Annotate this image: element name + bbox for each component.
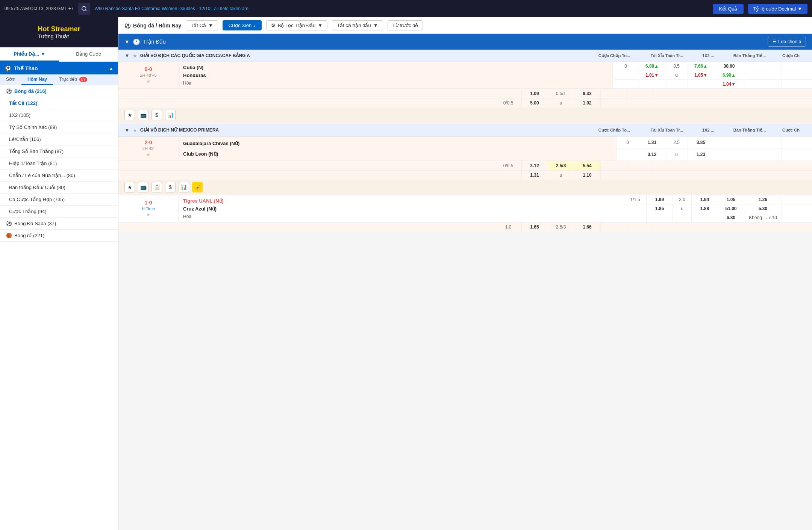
league-header-concacaf: ▼ ★ GIẢI VÔ ĐỊCH CÁC QUỐC GIA CONCACAF B… xyxy=(118,50,812,62)
league-name-concacaf: GIẢI VÔ ĐỊCH CÁC QUỐC GIA CONCACAF BẢNG … xyxy=(140,53,585,58)
result-button[interactable]: Kết Quả xyxy=(713,4,743,14)
sidebar-item-ban-thang[interactable]: Bàn thắng Đầu/ Cuối (80) xyxy=(0,182,118,194)
sidebar-item-ca-cuoc[interactable]: Cá Cược Tổng Hợp (735) xyxy=(0,194,118,206)
star-icon2[interactable]: ★ xyxy=(133,127,137,133)
draw-label-tigres: Hòa xyxy=(183,213,619,220)
odds-cuoc-ch-col xyxy=(782,62,812,88)
footer-star-icon2[interactable]: ★ xyxy=(124,182,135,192)
search-button[interactable] xyxy=(78,3,90,15)
content-area: ⚽ Bóng đá / Hôm Nay Tất Cả ▼ Cược Xiên ›… xyxy=(118,17,812,530)
match-teams-tigres: Tigres UANL (Nữ) Cruz Azul (Nữ) Hòa xyxy=(179,195,624,222)
odds-g-val2: 3.85 1.23 xyxy=(688,136,714,161)
sidebar-item-le-chan[interactable]: Lẻ/Chẵn (106) xyxy=(0,133,118,145)
odds-t-label1: 1/1.5 xyxy=(624,195,647,222)
team-cruzazul: Cruz Azul (Nữ) xyxy=(183,205,619,213)
chevron-down-icon: ▼ xyxy=(208,23,213,28)
matches-container: ▼ ★ GIẢI VÔ ĐỊCH CÁC QUỐC GIA CONCACAF B… xyxy=(118,50,812,530)
match-teams-cuba: Cuba (N) Honduras Hòa xyxy=(179,62,613,88)
filter-tat-ca-button[interactable]: Tất Cả ▼ xyxy=(186,20,218,30)
odds-g-label1: 0 xyxy=(617,136,639,161)
svg-line-1 xyxy=(85,10,86,11)
match-block-tigres: 1-0 H.Time ★ Tigres UANL (Nữ) Cruz Azul … xyxy=(118,195,812,232)
sidebar-item-bongda[interactable]: ⚽ Bóng đá (216) xyxy=(0,85,118,97)
match-sub-row-g2: 1.31 u 1.10 xyxy=(118,170,812,180)
star-fav2-icon[interactable]: ★ xyxy=(146,212,151,218)
filter-lines-icon: ☰ xyxy=(773,39,777,44)
sidebar-item-tong-so[interactable]: Tổng Số Bàn Thắng (87) xyxy=(0,145,118,157)
basketball-icon: 🏀 xyxy=(6,233,12,238)
col-header-ban-thang2: Bàn Thắng Tiề... xyxy=(723,128,776,133)
sidebar-item-tat-ca[interactable]: Tất Cả (122) xyxy=(0,97,118,109)
tab-phieu-dat[interactable]: Phiếu Đặ... ▼ xyxy=(0,47,59,62)
match-sub-row: 1.09 0.5/1 9.33 xyxy=(118,89,812,98)
odds-t-1x2: 1.05 51.00 6.80 xyxy=(718,195,744,222)
tab-som[interactable]: Sớm xyxy=(0,74,21,85)
footer-note-icon[interactable]: 📋 xyxy=(151,182,162,192)
sidebar-item-cuoc-thang[interactable]: Cược Thắng (94) xyxy=(0,206,118,218)
tu-truoc-button[interactable]: Từ trước đề xyxy=(388,20,423,30)
col-header-1x22: 1X2 ... xyxy=(693,128,723,133)
sidebar-item-bongda-saba[interactable]: ⚽ Bóng Đá Saba (37) xyxy=(0,218,118,230)
live-badge: 87 xyxy=(79,77,87,82)
team-home: Cuba (N) xyxy=(183,64,608,71)
match-score-tigres: 1-0 xyxy=(144,200,152,206)
footer-tv-icon[interactable]: 📺 xyxy=(138,110,148,120)
star-favorite-icon[interactable]: ★ xyxy=(146,78,151,84)
match-time-tigres: H.Time xyxy=(142,206,155,211)
match-sub-row-g1: 0/0.5 3.12 2.5/3 5.54 xyxy=(118,161,812,170)
collapse-icon: ▲ xyxy=(109,66,114,71)
cuoc-xien-button[interactable]: Cược Xiên › xyxy=(223,20,262,30)
datetime-display: 09:57:57AM Oct 13, 2023 GMT +7 xyxy=(5,6,74,11)
sport-section-header[interactable]: ⚽ Thể Thao ▲ xyxy=(0,62,118,74)
odds-taixiu-val-col: 7.66▲ 1.05▼ xyxy=(688,62,714,88)
team-tigres: Tigres UANL (Nữ) xyxy=(183,197,619,205)
match-sub-row-t1: 1.0 1.65 2.5/3 1.66 xyxy=(118,222,812,232)
match-sub-row2: 0/0.5 5.00 u 1.02 xyxy=(118,98,812,108)
tat-ca-tran-button[interactable]: Tất cả trận đấu ▼ xyxy=(332,20,383,30)
odds-ban-thang-col xyxy=(744,62,782,88)
team-guadalajara: Guadalajara Chivas (Nữ) xyxy=(183,139,612,147)
footer-chart-icon[interactable]: 📊 xyxy=(165,110,176,120)
footer-dollar-icon2[interactable]: $ xyxy=(165,182,176,192)
star-fav-icon[interactable]: ★ xyxy=(146,151,151,157)
chevron-down-icon: ▼ xyxy=(41,51,45,57)
col-header-cuoc-ch: Cược Ch xyxy=(776,53,806,58)
filter-icon: ⚙ xyxy=(271,23,276,28)
sidebar-banner: Hot Streamer Tường Thuật xyxy=(0,17,118,47)
time-tab-group: Sớm Hôm Nay Trực tiếp 87 xyxy=(0,74,118,85)
footer-coin-icon[interactable]: 💰 xyxy=(192,182,203,192)
odds-chap-val-col: 6.88▲ 1.01▼ xyxy=(639,62,665,88)
chevron-down-icon: ▼ xyxy=(797,6,802,12)
sidebar-item-ty-so[interactable]: Tỷ Số Chính Xác (89) xyxy=(0,121,118,133)
collapse-all-button[interactable]: ▼ xyxy=(124,39,130,45)
tab-truc-tiep[interactable]: Trực tiếp 87 xyxy=(53,74,93,85)
sidebar-item-hiep1[interactable]: Hiệp 1/Toàn Trận (81) xyxy=(0,157,118,170)
match-info-cuba: 0-0 2H 48'+5 ★ xyxy=(118,62,179,88)
footer-tv-icon2[interactable]: 📺 xyxy=(138,182,148,192)
odds-type-button[interactable]: Tỷ lệ cược Decimal ▼ xyxy=(748,4,808,14)
odds-t-banthang: 1.26 5.30 Không ... 7.10 xyxy=(744,195,782,222)
match-footer-guadalajara: ★ 📺 📋 $ 📊 💰 xyxy=(118,180,812,195)
tab-bang-cuoc[interactable]: Bảng Cược xyxy=(59,47,118,62)
sport-content-label: Bóng đá / Hôm Nay xyxy=(133,23,181,29)
odds-t-val1: 1.99 1.85 xyxy=(647,195,673,222)
league-collapse-button[interactable]: ▼ xyxy=(124,53,130,59)
bo-loc-button[interactable]: ⚙ Bộ Lọc Trận Đấu ▼ xyxy=(266,20,328,30)
footer-dollar-icon[interactable]: $ xyxy=(151,110,162,120)
chevron-down-icon: ▼ xyxy=(373,23,378,28)
odds-g-cuocch xyxy=(782,136,812,161)
match-info-tigres: 1-0 H.Time ★ xyxy=(118,195,179,222)
sidebar-item-bong-ro[interactable]: 🏀 Bóng rổ (221) xyxy=(0,230,118,242)
banner-subtitle: Tường Thuật xyxy=(38,33,80,39)
svg-point-0 xyxy=(82,6,86,11)
footer-star-icon[interactable]: ★ xyxy=(124,110,135,120)
match-time: 2H 48'+5 xyxy=(140,73,157,77)
sidebar-item-1x2[interactable]: 1X2 (105) xyxy=(0,109,118,121)
sidebar-item-chan-le[interactable]: Chẵn / Lẻ của Nửa trận... (80) xyxy=(0,170,118,182)
star-icon[interactable]: ★ xyxy=(133,53,137,59)
league-collapse-button2[interactable]: ▼ xyxy=(124,127,130,133)
tab-hom-nay[interactable]: Hôm Nay xyxy=(21,74,53,85)
content-header: ⚽ Bóng đá / Hôm Nay Tất Cả ▼ Cược Xiên ›… xyxy=(118,17,812,34)
footer-chart-icon2[interactable]: 📊 xyxy=(179,182,189,192)
lua-chon-button[interactable]: ☰ Lựa chọn b xyxy=(768,37,806,47)
